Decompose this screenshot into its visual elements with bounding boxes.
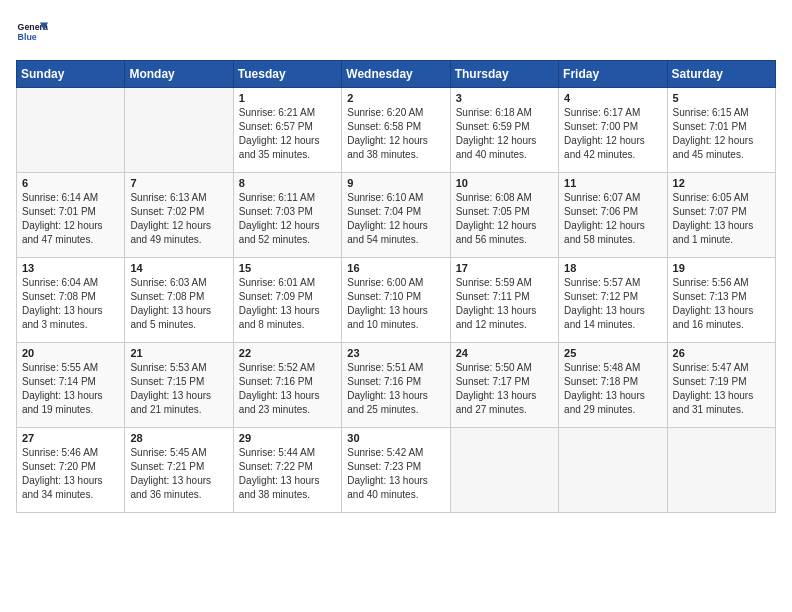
calendar-table: SundayMondayTuesdayWednesdayThursdayFrid… [16, 60, 776, 513]
calendar-cell: 27Sunrise: 5:46 AM Sunset: 7:20 PM Dayli… [17, 428, 125, 513]
calendar-cell: 12Sunrise: 6:05 AM Sunset: 7:07 PM Dayli… [667, 173, 775, 258]
header-day-wednesday: Wednesday [342, 61, 450, 88]
calendar-cell: 14Sunrise: 6:03 AM Sunset: 7:08 PM Dayli… [125, 258, 233, 343]
calendar-cell: 29Sunrise: 5:44 AM Sunset: 7:22 PM Dayli… [233, 428, 341, 513]
day-info: Sunrise: 6:08 AM Sunset: 7:05 PM Dayligh… [456, 191, 553, 247]
day-number: 14 [130, 262, 227, 274]
calendar-cell: 25Sunrise: 5:48 AM Sunset: 7:18 PM Dayli… [559, 343, 667, 428]
header-day-tuesday: Tuesday [233, 61, 341, 88]
calendar-cell: 17Sunrise: 5:59 AM Sunset: 7:11 PM Dayli… [450, 258, 558, 343]
calendar-cell: 22Sunrise: 5:52 AM Sunset: 7:16 PM Dayli… [233, 343, 341, 428]
day-info: Sunrise: 6:18 AM Sunset: 6:59 PM Dayligh… [456, 106, 553, 162]
day-number: 27 [22, 432, 119, 444]
day-info: Sunrise: 5:44 AM Sunset: 7:22 PM Dayligh… [239, 446, 336, 502]
day-number: 6 [22, 177, 119, 189]
day-number: 25 [564, 347, 661, 359]
day-info: Sunrise: 5:45 AM Sunset: 7:21 PM Dayligh… [130, 446, 227, 502]
logo: General Blue [16, 16, 48, 48]
calendar-cell: 5Sunrise: 6:15 AM Sunset: 7:01 PM Daylig… [667, 88, 775, 173]
day-number: 5 [673, 92, 770, 104]
day-number: 19 [673, 262, 770, 274]
logo-icon: General Blue [16, 16, 48, 48]
day-info: Sunrise: 6:07 AM Sunset: 7:06 PM Dayligh… [564, 191, 661, 247]
calendar-cell: 15Sunrise: 6:01 AM Sunset: 7:09 PM Dayli… [233, 258, 341, 343]
day-number: 7 [130, 177, 227, 189]
calendar-cell: 28Sunrise: 5:45 AM Sunset: 7:21 PM Dayli… [125, 428, 233, 513]
day-number: 16 [347, 262, 444, 274]
header-day-monday: Monday [125, 61, 233, 88]
day-number: 1 [239, 92, 336, 104]
day-info: Sunrise: 5:48 AM Sunset: 7:18 PM Dayligh… [564, 361, 661, 417]
day-info: Sunrise: 5:46 AM Sunset: 7:20 PM Dayligh… [22, 446, 119, 502]
day-info: Sunrise: 6:21 AM Sunset: 6:57 PM Dayligh… [239, 106, 336, 162]
calendar-cell: 11Sunrise: 6:07 AM Sunset: 7:06 PM Dayli… [559, 173, 667, 258]
calendar-cell: 24Sunrise: 5:50 AM Sunset: 7:17 PM Dayli… [450, 343, 558, 428]
day-number: 22 [239, 347, 336, 359]
day-number: 9 [347, 177, 444, 189]
calendar-cell: 20Sunrise: 5:55 AM Sunset: 7:14 PM Dayli… [17, 343, 125, 428]
day-info: Sunrise: 5:47 AM Sunset: 7:19 PM Dayligh… [673, 361, 770, 417]
day-number: 10 [456, 177, 553, 189]
day-number: 23 [347, 347, 444, 359]
day-info: Sunrise: 6:17 AM Sunset: 7:00 PM Dayligh… [564, 106, 661, 162]
day-number: 3 [456, 92, 553, 104]
day-info: Sunrise: 6:04 AM Sunset: 7:08 PM Dayligh… [22, 276, 119, 332]
calendar-cell [667, 428, 775, 513]
day-number: 26 [673, 347, 770, 359]
header-day-saturday: Saturday [667, 61, 775, 88]
day-info: Sunrise: 5:51 AM Sunset: 7:16 PM Dayligh… [347, 361, 444, 417]
calendar-cell [450, 428, 558, 513]
day-number: 29 [239, 432, 336, 444]
calendar-cell [125, 88, 233, 173]
day-info: Sunrise: 6:10 AM Sunset: 7:04 PM Dayligh… [347, 191, 444, 247]
calendar-cell: 26Sunrise: 5:47 AM Sunset: 7:19 PM Dayli… [667, 343, 775, 428]
calendar-cell: 1Sunrise: 6:21 AM Sunset: 6:57 PM Daylig… [233, 88, 341, 173]
page-header: General Blue [16, 16, 776, 48]
day-info: Sunrise: 6:15 AM Sunset: 7:01 PM Dayligh… [673, 106, 770, 162]
calendar-cell: 3Sunrise: 6:18 AM Sunset: 6:59 PM Daylig… [450, 88, 558, 173]
calendar-header: SundayMondayTuesdayWednesdayThursdayFrid… [17, 61, 776, 88]
day-info: Sunrise: 5:56 AM Sunset: 7:13 PM Dayligh… [673, 276, 770, 332]
day-number: 28 [130, 432, 227, 444]
day-number: 21 [130, 347, 227, 359]
calendar-cell: 18Sunrise: 5:57 AM Sunset: 7:12 PM Dayli… [559, 258, 667, 343]
calendar-cell: 7Sunrise: 6:13 AM Sunset: 7:02 PM Daylig… [125, 173, 233, 258]
day-info: Sunrise: 5:55 AM Sunset: 7:14 PM Dayligh… [22, 361, 119, 417]
calendar-cell: 8Sunrise: 6:11 AM Sunset: 7:03 PM Daylig… [233, 173, 341, 258]
calendar-cell: 6Sunrise: 6:14 AM Sunset: 7:01 PM Daylig… [17, 173, 125, 258]
day-info: Sunrise: 6:05 AM Sunset: 7:07 PM Dayligh… [673, 191, 770, 247]
day-number: 18 [564, 262, 661, 274]
calendar-cell: 30Sunrise: 5:42 AM Sunset: 7:23 PM Dayli… [342, 428, 450, 513]
day-number: 24 [456, 347, 553, 359]
week-row-4: 27Sunrise: 5:46 AM Sunset: 7:20 PM Dayli… [17, 428, 776, 513]
calendar-cell: 10Sunrise: 6:08 AM Sunset: 7:05 PM Dayli… [450, 173, 558, 258]
calendar-cell [17, 88, 125, 173]
day-info: Sunrise: 6:20 AM Sunset: 6:58 PM Dayligh… [347, 106, 444, 162]
calendar-cell: 4Sunrise: 6:17 AM Sunset: 7:00 PM Daylig… [559, 88, 667, 173]
day-number: 2 [347, 92, 444, 104]
day-info: Sunrise: 6:01 AM Sunset: 7:09 PM Dayligh… [239, 276, 336, 332]
calendar-cell: 13Sunrise: 6:04 AM Sunset: 7:08 PM Dayli… [17, 258, 125, 343]
calendar-cell [559, 428, 667, 513]
week-row-3: 20Sunrise: 5:55 AM Sunset: 7:14 PM Dayli… [17, 343, 776, 428]
day-info: Sunrise: 6:13 AM Sunset: 7:02 PM Dayligh… [130, 191, 227, 247]
day-number: 20 [22, 347, 119, 359]
calendar-cell: 19Sunrise: 5:56 AM Sunset: 7:13 PM Dayli… [667, 258, 775, 343]
day-info: Sunrise: 5:50 AM Sunset: 7:17 PM Dayligh… [456, 361, 553, 417]
day-number: 8 [239, 177, 336, 189]
calendar-cell: 23Sunrise: 5:51 AM Sunset: 7:16 PM Dayli… [342, 343, 450, 428]
day-info: Sunrise: 5:57 AM Sunset: 7:12 PM Dayligh… [564, 276, 661, 332]
day-info: Sunrise: 6:14 AM Sunset: 7:01 PM Dayligh… [22, 191, 119, 247]
day-info: Sunrise: 5:59 AM Sunset: 7:11 PM Dayligh… [456, 276, 553, 332]
day-number: 11 [564, 177, 661, 189]
svg-text:Blue: Blue [18, 32, 37, 42]
week-row-0: 1Sunrise: 6:21 AM Sunset: 6:57 PM Daylig… [17, 88, 776, 173]
day-info: Sunrise: 6:03 AM Sunset: 7:08 PM Dayligh… [130, 276, 227, 332]
day-number: 13 [22, 262, 119, 274]
day-number: 4 [564, 92, 661, 104]
day-info: Sunrise: 6:00 AM Sunset: 7:10 PM Dayligh… [347, 276, 444, 332]
calendar-cell: 9Sunrise: 6:10 AM Sunset: 7:04 PM Daylig… [342, 173, 450, 258]
day-info: Sunrise: 5:53 AM Sunset: 7:15 PM Dayligh… [130, 361, 227, 417]
day-number: 12 [673, 177, 770, 189]
calendar-cell: 2Sunrise: 6:20 AM Sunset: 6:58 PM Daylig… [342, 88, 450, 173]
